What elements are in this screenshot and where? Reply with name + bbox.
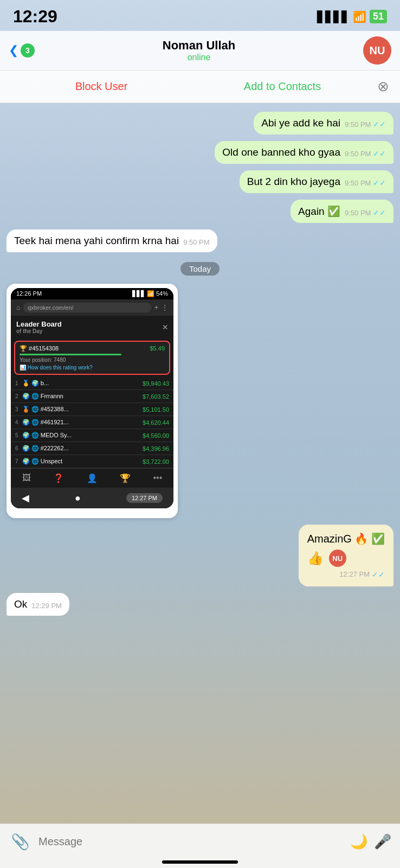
- amazing-bubble: AmazinG 🔥 ✅ 👍 NU 12:27 PM ✓✓: [299, 525, 393, 586]
- list-item: 6 🌍 🌐 #222262... $4,396.96: [11, 442, 173, 455]
- highlighted-leaderboard-row: 🏆 #45154308 $5.49 Your position: 7480 📊 …: [14, 341, 170, 375]
- message-row: 12:26 PM ▋▋▋ 📶 54% ⌂ qxbroker.com/en/ + …: [7, 284, 393, 518]
- phone-status-bar: 12:26 PM ▋▋▋ 📶 54%: [11, 288, 173, 299]
- screenshot-message-time: [7, 513, 178, 518]
- header-center: Noman Ullah online: [41, 39, 357, 62]
- message-row: Again ✅ 9:50 PM ✓✓: [7, 200, 393, 223]
- home-icon: ⌂: [16, 304, 20, 311]
- amazing-time: 12:27 PM: [339, 570, 370, 579]
- read-checks: ✓✓: [373, 149, 386, 158]
- phone-bottom-time: 12:27 PM: [126, 493, 163, 503]
- phone-bottom-bar: ◀ ● 12:27 PM: [11, 488, 173, 508]
- home-circle-icon: ●: [75, 493, 81, 504]
- browser-url: qxbroker.com/en/: [23, 303, 151, 312]
- battery-indicator: 51: [370, 10, 387, 23]
- status-bar: 12:29 ▋▋▋▋ 📶 51: [0, 0, 400, 31]
- message-row: AmazinG 🔥 ✅ 👍 NU 12:27 PM ✓✓: [7, 525, 393, 586]
- person-icon: 👤: [87, 473, 98, 483]
- phone-screenshot: 12:26 PM ▋▋▋ 📶 54% ⌂ qxbroker.com/en/ + …: [11, 288, 173, 508]
- message-text: Old one banned kho gyaa: [222, 146, 340, 158]
- dots-icon: •••: [153, 473, 162, 483]
- sticker-button[interactable]: 🌙: [350, 833, 367, 850]
- block-user-button[interactable]: Block User: [11, 80, 192, 93]
- phone-nav-bar: 🖼 ❓ 👤 🏆 •••: [11, 468, 173, 488]
- read-checks: ✓✓: [372, 570, 385, 579]
- amazing-line1: AmazinG 🔥 ✅: [307, 532, 385, 545]
- wifi-icon: 📶: [353, 10, 366, 23]
- gallery-icon: 🖼: [22, 473, 31, 483]
- home-indicator: [162, 860, 238, 864]
- recv-bubble: Teek hai mena yahi confirm krna hai 9:50…: [7, 229, 217, 252]
- leaderboard-title: Leader Board: [16, 320, 62, 328]
- message-text: Ok: [14, 598, 27, 610]
- contact-name: Noman Ullah: [41, 39, 357, 53]
- contact-status: online: [41, 53, 357, 62]
- sent-bubble: Old one banned kho gyaa 9:50 PM ✓✓: [215, 141, 393, 164]
- phone-icons: ▋▋▋ 📶 54%: [132, 290, 168, 297]
- avatar[interactable]: NU: [363, 36, 391, 65]
- message-time: 9:50 PM ✓✓: [345, 178, 386, 188]
- message-text: Abi ye add ke hai: [261, 117, 340, 129]
- highlighted-id: 🏆 #45154308: [20, 345, 59, 352]
- nu-avatar-badge: NU: [329, 550, 346, 567]
- status-icons: ▋▋▋▋ 📶 51: [317, 10, 387, 23]
- help-icon: ❓: [53, 473, 64, 483]
- message-row: Abi ye add ke hai 9:50 PM ✓✓: [7, 112, 393, 135]
- list-item: 7 🌍 🌐 Unspect $3,722.00: [11, 455, 173, 468]
- list-item: 1 🥇 🌍 b... $9,940.43: [11, 377, 173, 390]
- close-lb-icon: ✕: [162, 323, 168, 331]
- leaderboard-subtitle: of the Day: [16, 328, 62, 334]
- list-item: 2 🌍 🌐 Frrrannn $7,603.52: [11, 390, 173, 403]
- thumbs-up-emoji: 👍: [307, 551, 324, 566]
- list-item: 5 🌍 🌐 MEDO Sy... $4,560.00: [11, 429, 173, 442]
- list-item: 4 🌍 🌐 #461921... $4,620.44: [11, 416, 173, 429]
- attach-button[interactable]: 📎: [9, 831, 32, 853]
- action-bar: Block User Add to Contacts ⊗: [0, 71, 400, 103]
- date-label: Today: [180, 262, 220, 276]
- recv-bubble: Ok 12:29 PM: [7, 593, 69, 616]
- sent-bubble: Abi ye add ke hai 9:50 PM ✓✓: [254, 112, 393, 135]
- message-row: Teek hai mena yahi confirm krna hai 9:50…: [7, 229, 393, 252]
- phone-time: 12:26 PM: [16, 290, 42, 297]
- date-divider: Today: [7, 264, 393, 274]
- message-text: But 2 din kho jayega: [247, 176, 340, 188]
- signal-icon: ▋▋▋▋: [317, 10, 350, 23]
- screenshot-bubble: 12:26 PM ▋▋▋ 📶 54% ⌂ qxbroker.com/en/ + …: [7, 284, 178, 518]
- position-label: Your position: 7480: [20, 357, 165, 363]
- microphone-button[interactable]: 🎤: [374, 833, 391, 850]
- highlighted-amount: $5.49: [150, 345, 165, 352]
- chat-area: Abi ye add ke hai 9:50 PM ✓✓ Old one ban…: [0, 103, 400, 685]
- message-row: Ok 12:29 PM: [7, 593, 393, 616]
- message-text: Teek hai mena yahi confirm krna hai: [14, 235, 179, 247]
- status-time: 12:29: [13, 7, 57, 27]
- rating-link[interactable]: 📊 How does this rating work?: [20, 365, 165, 371]
- message-input[interactable]: [38, 831, 344, 852]
- message-text: Again ✅: [298, 205, 340, 218]
- list-item: 3 🥉 🌐 #452388... $5,101.50: [11, 403, 173, 416]
- message-time: 9:50 PM ✓✓: [345, 120, 386, 129]
- add-to-contacts-button[interactable]: Add to Contacts: [192, 80, 373, 93]
- message-time: 12:29 PM: [31, 602, 62, 610]
- menu-icon: ⋮: [162, 304, 168, 311]
- back-badge: 3: [21, 43, 35, 58]
- plus-icon: +: [154, 304, 158, 311]
- progress-bar: [20, 354, 121, 355]
- message-time: 9:50 PM: [183, 238, 209, 247]
- amazing-line2: 👍 NU: [307, 550, 385, 567]
- chevron-left-icon: ❮: [9, 43, 18, 58]
- message-time: 9:50 PM ✓✓: [345, 149, 386, 158]
- read-checks: ✓✓: [373, 178, 386, 187]
- sent-bubble: But 2 din kho jayega 9:50 PM ✓✓: [240, 170, 393, 193]
- phone-browser-bar: ⌂ qxbroker.com/en/ + ⋮: [11, 299, 173, 316]
- read-checks: ✓✓: [373, 120, 386, 129]
- back-button[interactable]: ❮ 3: [9, 43, 35, 58]
- bottom-spacer: [7, 622, 393, 676]
- leaderboard-header: Leader Board of the Day ✕: [11, 316, 173, 339]
- close-action-bar-button[interactable]: ⊗: [377, 78, 389, 95]
- message-row: Old one banned kho gyaa 9:50 PM ✓✓: [7, 141, 393, 164]
- trophy-icon: 🏆: [120, 473, 131, 483]
- message-row: But 2 din kho jayega 9:50 PM ✓✓: [7, 170, 393, 193]
- sent-bubble: Again ✅ 9:50 PM ✓✓: [291, 200, 393, 223]
- chat-header: ❮ 3 Noman Ullah online NU: [0, 31, 400, 71]
- read-checks: ✓✓: [373, 208, 386, 217]
